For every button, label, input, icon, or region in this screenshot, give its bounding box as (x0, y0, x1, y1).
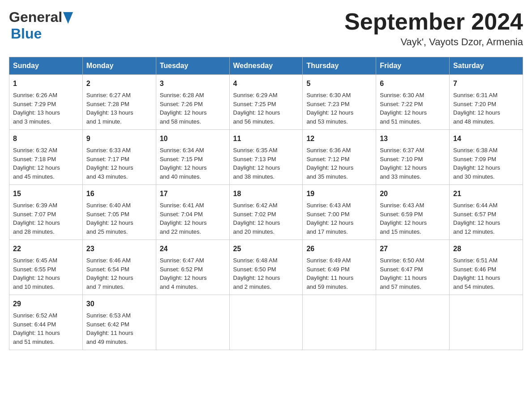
table-row: 16Sunrise: 6:40 AMSunset: 7:05 PMDayligh… (82, 185, 156, 240)
day-number: 10 (160, 133, 226, 144)
title-block: September 2024 Vayk', Vayots Dzor, Armen… (344, 9, 523, 48)
table-row: 3Sunrise: 6:28 AMSunset: 7:26 PMDaylight… (156, 75, 229, 130)
table-row: 9Sunrise: 6:33 AMSunset: 7:17 PMDaylight… (82, 130, 156, 185)
day-number: 12 (306, 133, 372, 144)
table-row (229, 295, 303, 350)
day-info: Sunrise: 6:36 AMSunset: 7:12 PMDaylight:… (306, 146, 372, 181)
day-number: 20 (380, 188, 446, 199)
table-row: 24Sunrise: 6:47 AMSunset: 6:52 PMDayligh… (156, 240, 229, 295)
col-monday: Monday (82, 57, 156, 75)
calendar-header-row: Sunday Monday Tuesday Wednesday Thursday… (9, 57, 523, 75)
table-row: 25Sunrise: 6:48 AMSunset: 6:50 PMDayligh… (229, 240, 303, 295)
day-info: Sunrise: 6:29 AMSunset: 7:25 PMDaylight:… (233, 91, 299, 126)
day-info: Sunrise: 6:40 AMSunset: 7:05 PMDaylight:… (86, 201, 152, 236)
day-number: 1 (13, 78, 79, 89)
calendar-table: Sunday Monday Tuesday Wednesday Thursday… (9, 57, 523, 350)
table-row: 7Sunrise: 6:31 AMSunset: 7:20 PMDaylight… (450, 75, 523, 130)
day-info: Sunrise: 6:52 AMSunset: 6:44 PMDaylight:… (13, 311, 79, 346)
day-number: 14 (453, 133, 519, 144)
logo-triangle-icon (63, 12, 73, 24)
day-number: 2 (86, 78, 152, 89)
table-row: 4Sunrise: 6:29 AMSunset: 7:25 PMDaylight… (229, 75, 303, 130)
day-info: Sunrise: 6:48 AMSunset: 6:50 PMDaylight:… (233, 256, 299, 291)
day-info: Sunrise: 6:49 AMSunset: 6:49 PMDaylight:… (306, 256, 372, 291)
day-info: Sunrise: 6:37 AMSunset: 7:10 PMDaylight:… (380, 146, 446, 181)
table-row: 27Sunrise: 6:50 AMSunset: 6:47 PMDayligh… (376, 240, 450, 295)
day-number: 5 (306, 78, 372, 89)
table-row: 10Sunrise: 6:34 AMSunset: 7:15 PMDayligh… (156, 130, 229, 185)
day-info: Sunrise: 6:42 AMSunset: 7:02 PMDaylight:… (233, 201, 299, 236)
table-row: 19Sunrise: 6:43 AMSunset: 7:00 PMDayligh… (303, 185, 376, 240)
col-saturday: Saturday (450, 57, 523, 75)
month-title: September 2024 (344, 9, 523, 34)
table-row: 30Sunrise: 6:53 AMSunset: 6:42 PMDayligh… (82, 295, 156, 350)
day-info: Sunrise: 6:35 AMSunset: 7:13 PMDaylight:… (233, 146, 299, 181)
day-number: 4 (233, 78, 299, 89)
day-info: Sunrise: 6:39 AMSunset: 7:07 PMDaylight:… (13, 201, 79, 236)
day-info: Sunrise: 6:44 AMSunset: 6:57 PMDaylight:… (453, 201, 519, 236)
day-info: Sunrise: 6:43 AMSunset: 6:59 PMDaylight:… (380, 201, 446, 236)
day-number: 3 (160, 78, 226, 89)
day-number: 6 (380, 78, 446, 89)
col-wednesday: Wednesday (229, 57, 303, 75)
table-row (450, 295, 523, 350)
day-number: 25 (233, 244, 299, 254)
calendar-week-row: 8Sunrise: 6:32 AMSunset: 7:18 PMDaylight… (9, 130, 523, 185)
col-tuesday: Tuesday (156, 57, 229, 75)
logo-general: General (9, 9, 62, 26)
day-number: 30 (86, 299, 152, 309)
day-info: Sunrise: 6:32 AMSunset: 7:18 PMDaylight:… (13, 146, 79, 181)
table-row: 14Sunrise: 6:38 AMSunset: 7:09 PMDayligh… (450, 130, 523, 185)
day-info: Sunrise: 6:46 AMSunset: 6:54 PMDaylight:… (86, 256, 152, 291)
day-info: Sunrise: 6:51 AMSunset: 6:46 PMDaylight:… (453, 256, 519, 291)
calendar-week-row: 29Sunrise: 6:52 AMSunset: 6:44 PMDayligh… (9, 295, 523, 350)
table-row: 28Sunrise: 6:51 AMSunset: 6:46 PMDayligh… (450, 240, 523, 295)
day-number: 21 (453, 188, 519, 199)
col-friday: Friday (376, 57, 450, 75)
location-title: Vayk', Vayots Dzor, Armenia (344, 36, 523, 48)
table-row: 17Sunrise: 6:41 AMSunset: 7:04 PMDayligh… (156, 185, 229, 240)
logo-blue-text: Blue (9, 26, 42, 42)
day-info: Sunrise: 6:45 AMSunset: 6:55 PMDaylight:… (13, 256, 79, 291)
table-row: 29Sunrise: 6:52 AMSunset: 6:44 PMDayligh… (9, 295, 83, 350)
table-row: 12Sunrise: 6:36 AMSunset: 7:12 PMDayligh… (303, 130, 376, 185)
day-info: Sunrise: 6:31 AMSunset: 7:20 PMDaylight:… (453, 91, 519, 126)
day-info: Sunrise: 6:53 AMSunset: 6:42 PMDaylight:… (86, 311, 152, 346)
table-row: 5Sunrise: 6:30 AMSunset: 7:23 PMDaylight… (303, 75, 376, 130)
col-thursday: Thursday (303, 57, 376, 75)
table-row: 26Sunrise: 6:49 AMSunset: 6:49 PMDayligh… (303, 240, 376, 295)
table-row (303, 295, 376, 350)
day-number: 19 (306, 188, 372, 199)
page-header: General Blue September 2024 Vayk', Vayot… (9, 9, 523, 48)
day-number: 26 (306, 244, 372, 254)
table-row: 22Sunrise: 6:45 AMSunset: 6:55 PMDayligh… (9, 240, 83, 295)
day-number: 29 (13, 299, 79, 309)
table-row: 8Sunrise: 6:32 AMSunset: 7:18 PMDaylight… (9, 130, 83, 185)
day-number: 13 (380, 133, 446, 144)
table-row: 21Sunrise: 6:44 AMSunset: 6:57 PMDayligh… (450, 185, 523, 240)
table-row: 23Sunrise: 6:46 AMSunset: 6:54 PMDayligh… (82, 240, 156, 295)
day-info: Sunrise: 6:50 AMSunset: 6:47 PMDaylight:… (380, 256, 446, 291)
table-row: 6Sunrise: 6:30 AMSunset: 7:22 PMDaylight… (376, 75, 450, 130)
logo: General Blue (9, 9, 73, 42)
table-row: 20Sunrise: 6:43 AMSunset: 6:59 PMDayligh… (376, 185, 450, 240)
day-number: 24 (160, 244, 226, 254)
day-number: 9 (86, 133, 152, 144)
table-row: 1Sunrise: 6:26 AMSunset: 7:29 PMDaylight… (9, 75, 83, 130)
day-number: 7 (453, 78, 519, 89)
logo-general-text: General (9, 9, 73, 26)
day-number: 18 (233, 188, 299, 199)
col-sunday: Sunday (9, 57, 83, 75)
day-info: Sunrise: 6:34 AMSunset: 7:15 PMDaylight:… (160, 146, 226, 181)
day-number: 11 (233, 133, 299, 144)
table-row (376, 295, 450, 350)
day-number: 22 (13, 244, 79, 254)
table-row: 11Sunrise: 6:35 AMSunset: 7:13 PMDayligh… (229, 130, 303, 185)
calendar-week-row: 22Sunrise: 6:45 AMSunset: 6:55 PMDayligh… (9, 240, 523, 295)
calendar-week-row: 1Sunrise: 6:26 AMSunset: 7:29 PMDaylight… (9, 75, 523, 130)
day-number: 17 (160, 188, 226, 199)
day-number: 27 (380, 244, 446, 254)
table-row: 2Sunrise: 6:27 AMSunset: 7:28 PMDaylight… (82, 75, 156, 130)
svg-marker-0 (63, 12, 73, 24)
day-info: Sunrise: 6:47 AMSunset: 6:52 PMDaylight:… (160, 256, 226, 291)
